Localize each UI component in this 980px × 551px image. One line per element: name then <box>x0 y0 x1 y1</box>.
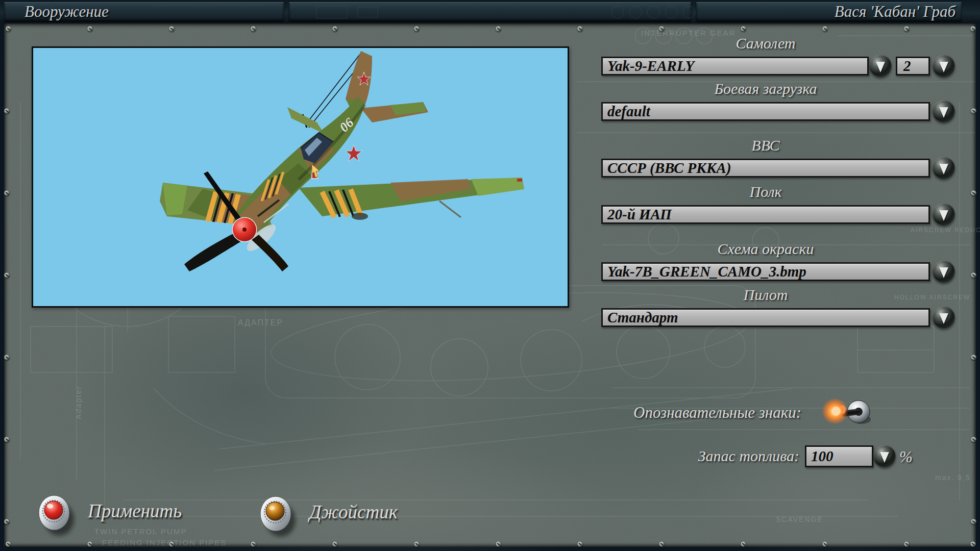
regiment-label: Полк <box>601 183 930 201</box>
down-arrow-icon <box>939 62 948 72</box>
page-title: Вооружение <box>24 2 109 21</box>
aircraft-count-arrow[interactable] <box>933 55 955 77</box>
rivet-screw-icon <box>971 108 976 114</box>
paint-scheme-label: Схема окраски <box>601 240 930 258</box>
rivet-screw-icon <box>251 541 256 547</box>
apply-button-label[interactable]: Применить <box>88 500 182 522</box>
rivet-screw-icon <box>4 108 10 114</box>
rivet-screw-icon <box>971 355 976 360</box>
rivet-screw-icon <box>87 541 93 547</box>
markings-toggle[interactable] <box>821 393 876 430</box>
aircraft-label: Самолет <box>601 35 930 52</box>
rivet-screw-icon <box>6 541 11 547</box>
rivet-screw-icon <box>169 26 175 32</box>
toggle-glow-core <box>831 407 841 416</box>
paint-scheme-dropdown[interactable]: Yak-7B_GREEN_CAMO_3.bmp <box>601 262 930 281</box>
rivet-screw-icon <box>822 26 828 32</box>
rivet-screw-icon <box>496 541 501 547</box>
pilot-dropdown[interactable]: Стандарт <box>601 308 930 327</box>
rivet-screw-icon <box>577 541 583 547</box>
armament-screen: Вооружение Вася 'Кабан' Граб <box>0 0 980 551</box>
loadout-dropdown-arrow[interactable] <box>933 100 955 122</box>
rivet-screw-icon <box>332 541 338 547</box>
down-arrow-icon <box>939 107 948 118</box>
rivet-screw-icon <box>87 26 93 32</box>
rivet-screw-icon <box>970 26 976 32</box>
rivet-screw-icon <box>4 355 10 360</box>
apply-button[interactable] <box>31 490 80 539</box>
down-arrow-icon <box>939 267 948 278</box>
fuel-dropdown-arrow[interactable] <box>873 445 896 467</box>
joystick-button-label[interactable]: Джойстик <box>309 501 398 523</box>
player-name: Вася 'Кабан' Граб <box>835 2 955 21</box>
rivet-screw-icon <box>414 26 420 32</box>
airforce-dropdown-arrow[interactable] <box>933 157 955 179</box>
paint-scheme-dropdown-arrow[interactable] <box>933 260 955 283</box>
mouse-cursor-icon <box>311 164 323 179</box>
fuel-input[interactable]: 100 <box>805 445 873 467</box>
rivet-screw-icon <box>659 541 665 547</box>
aircraft-dropdown[interactable]: Yak-9-EARLY <box>601 57 869 76</box>
airforce-dropdown[interactable]: СССР (ВВС РККА) <box>601 159 930 178</box>
fuel-percent-sign: % <box>899 448 913 466</box>
airforce-label: ВВС <box>601 137 930 154</box>
dome-highlight <box>270 506 275 510</box>
aircraft-dropdown-arrow[interactable] <box>869 55 892 77</box>
rivet-screw-icon <box>904 26 910 32</box>
rivet-screw-icon <box>414 541 420 547</box>
rivet-screw-icon <box>4 519 10 524</box>
down-arrow-icon <box>939 164 948 174</box>
regiment-dropdown[interactable]: 20-й ИАП <box>601 205 930 224</box>
down-arrow-icon <box>939 210 948 221</box>
rivet-screw-icon <box>971 437 976 442</box>
rivet-screw-icon <box>577 26 583 32</box>
rivet-screw-icon <box>251 26 256 32</box>
rivet-screw-icon <box>904 541 910 547</box>
rivet-screw-icon <box>169 541 175 547</box>
rivet-screw-icon <box>971 272 976 278</box>
title-bar-middle-panel <box>289 2 691 21</box>
dome-highlight <box>47 504 53 509</box>
rivet-screw-icon <box>496 26 501 32</box>
joystick-button[interactable] <box>252 491 301 540</box>
markings-label: Опознавательные знаки: <box>551 404 801 422</box>
rivet-screw-icon <box>659 26 665 32</box>
down-arrow-icon <box>880 452 889 463</box>
rivet-screw-icon <box>332 26 338 32</box>
regiment-dropdown-arrow[interactable] <box>933 203 955 226</box>
aircraft-preview[interactable]: 06 <box>32 46 569 308</box>
pilot-label: Пилот <box>601 286 930 304</box>
down-arrow-icon <box>876 62 885 72</box>
loadout-label: Боевая загрузка <box>601 80 930 97</box>
down-arrow-icon <box>939 313 948 324</box>
rivet-screw-icon <box>4 272 10 278</box>
joystick-button-dome <box>266 502 284 520</box>
fuel-label: Запас топлива: <box>592 447 799 465</box>
rivet-screw-icon <box>741 541 746 547</box>
rivet-screw-icon <box>971 519 976 524</box>
loadout-dropdown[interactable]: default <box>601 102 930 121</box>
rivet-screw-icon <box>4 190 10 196</box>
rivet-screw-icon <box>971 190 976 196</box>
rivet-screw-icon <box>822 541 828 547</box>
rivet-screw-icon <box>741 26 746 32</box>
rivet-screw-icon <box>6 26 11 32</box>
apply-button-dome <box>44 501 63 519</box>
rivet-screw-icon <box>4 437 10 442</box>
aircraft-count-field[interactable]: 2 <box>896 57 930 76</box>
pilot-dropdown-arrow[interactable] <box>933 306 955 329</box>
aircraft-render: 06 <box>33 48 568 306</box>
title-bar <box>0 0 980 23</box>
rivet-screw-icon <box>970 541 976 547</box>
